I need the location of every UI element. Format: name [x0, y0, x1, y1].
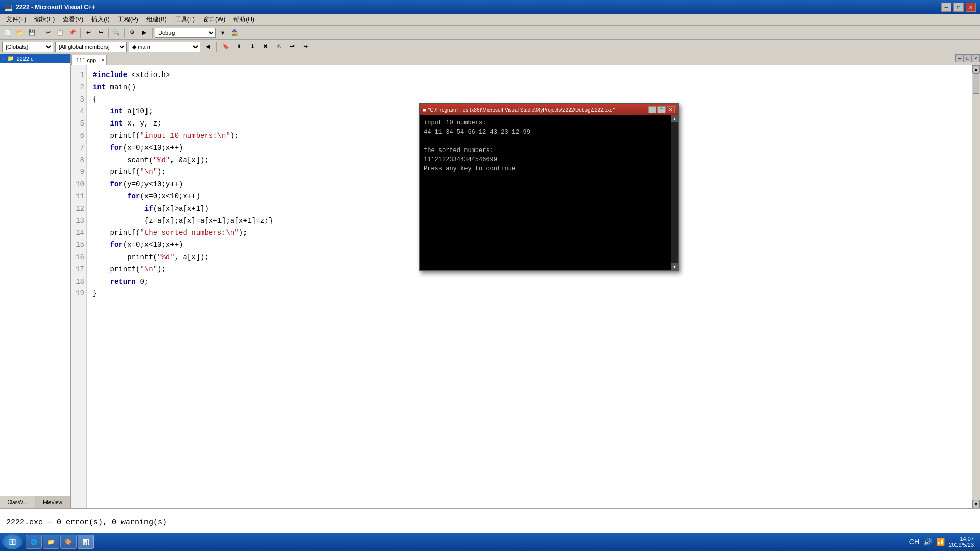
- function-dropdown[interactable]: ◆ main: [129, 42, 200, 52]
- start-button[interactable]: ⊞: [2, 534, 22, 549]
- lang-tray: CH: [909, 538, 919, 546]
- console-scrollbar[interactable]: ▲ ▼: [671, 115, 678, 270]
- prev-bookmark[interactable]: ⬆: [233, 41, 244, 53]
- editor-tab-label: 111.cpp: [76, 57, 96, 63]
- ie-icon: 🌐: [30, 539, 37, 545]
- menu-project[interactable]: 工程(P): [114, 14, 142, 25]
- tab-close-icon[interactable]: ×: [102, 58, 104, 63]
- compile-button[interactable]: ⚙: [127, 27, 138, 38]
- output-area: 2222.exe - 0 error(s), 0 warning(s): [0, 508, 980, 536]
- window-title: 2222 - Microsoft Visual C++: [16, 4, 95, 11]
- editor-tab-file[interactable]: 111.cpp ×: [71, 55, 107, 65]
- taskbar-item-explorer[interactable]: 📁: [43, 535, 59, 549]
- members-dropdown[interactable]: [All global members]: [55, 42, 127, 52]
- date-display: 2019/5/23: [949, 542, 974, 548]
- console-controls: ─ □ ✕: [648, 106, 675, 113]
- console-minimize[interactable]: ─: [648, 106, 656, 113]
- menu-view[interactable]: 查看(V): [59, 14, 87, 25]
- code-line-18: return 0;: [93, 276, 966, 288]
- console-title-bar: ■ "C:\Program Files (x86)\Microsoft Visu…: [420, 104, 678, 115]
- scroll-bar-right[interactable]: ▲ ▼: [972, 65, 980, 508]
- sidebar-tab-classview[interactable]: ClassV...: [0, 496, 35, 508]
- console-maximize[interactable]: □: [657, 106, 666, 113]
- console-scroll-up[interactable]: ▲: [671, 115, 678, 122]
- scroll-thumb[interactable]: [973, 73, 979, 94]
- toolbar-1: 📄 📂 💾 ✂ 📋 📌 ↩ ↪ 🔍 ⚙ ▶ Debug ▼ 🧙: [0, 26, 980, 40]
- title-bar: 💻 2222 - Microsoft Visual C++ ─ □ ✕: [0, 0, 980, 14]
- separator-5: [152, 28, 153, 38]
- bookmark-btn[interactable]: 🔖: [220, 41, 231, 53]
- paste-button[interactable]: 📌: [67, 27, 78, 38]
- menu-insert[interactable]: 插入(I): [87, 14, 113, 25]
- config-dropdown[interactable]: Debug: [155, 28, 216, 38]
- find-button[interactable]: 🔍: [111, 27, 122, 38]
- wizard-button[interactable]: 🧙: [229, 27, 240, 38]
- undo-button[interactable]: ↩: [83, 27, 94, 38]
- nav-btn-1[interactable]: ◀: [202, 41, 213, 53]
- console-content: input 10 numbers: 44 11 34 54 66 12 43 2…: [420, 115, 671, 270]
- editor-minimize[interactable]: ─: [955, 54, 964, 62]
- step-btn[interactable]: ↩: [286, 41, 298, 53]
- editor-maximize[interactable]: □: [964, 54, 972, 62]
- maximize-button[interactable]: □: [953, 3, 964, 12]
- title-bar-controls[interactable]: ─ □ ✕: [941, 3, 976, 12]
- menu-tools[interactable]: 工具(T): [171, 14, 199, 25]
- output-text: 2222.exe - 0 error(s), 0 warning(s): [6, 518, 974, 527]
- taskbar: ⊞ 🌐 📁 🎨 📊 CH 🔊 📶 14:07 2019/5/23: [0, 533, 980, 551]
- redo-button[interactable]: ↪: [95, 27, 106, 38]
- scroll-track: [972, 73, 980, 500]
- clear-bookmark[interactable]: ✖: [260, 41, 271, 53]
- console-line-6: Press any key to continue: [424, 164, 667, 173]
- continue-btn[interactable]: ↪: [300, 41, 311, 53]
- sidebar-tab-fileview[interactable]: FileView: [35, 496, 70, 508]
- console-icon: ■: [423, 107, 426, 113]
- minimize-button[interactable]: ─: [941, 3, 951, 12]
- separator-1: [40, 28, 40, 38]
- console-line-1: input 10 numbers:: [424, 118, 667, 128]
- next-bookmark[interactable]: ⬇: [247, 41, 258, 53]
- code-line-19: }: [93, 288, 966, 300]
- menu-window[interactable]: 窗口(W): [199, 14, 229, 25]
- scroll-up-button[interactable]: ▲: [972, 65, 980, 73]
- console-close[interactable]: ✕: [667, 106, 675, 113]
- console-body: input 10 numbers: 44 11 34 54 66 12 43 2…: [420, 115, 678, 270]
- menu-help[interactable]: 帮助(H): [229, 14, 258, 25]
- editor-window-controls: ─ □ ×: [955, 54, 980, 62]
- taskbar-item-ie[interactable]: 🌐: [26, 535, 42, 549]
- taskbar-item-paint[interactable]: 🎨: [60, 535, 77, 549]
- time-display: 14:07: [949, 536, 974, 542]
- clock: 14:07 2019/5/23: [949, 536, 974, 548]
- menu-build[interactable]: 组建(B): [142, 14, 171, 25]
- scope-dropdown[interactable]: [Globals]: [2, 42, 53, 52]
- new-file-button[interactable]: 📄: [2, 27, 13, 38]
- volume-icon[interactable]: 🔊: [923, 538, 932, 546]
- editor-tab-bar: 111.cpp × ─ □ ×: [71, 54, 980, 65]
- taskbar-item-msvc[interactable]: 📊: [78, 535, 94, 549]
- editor-close[interactable]: ×: [972, 54, 980, 62]
- copy-button[interactable]: 📋: [55, 27, 66, 38]
- config-arrow[interactable]: ▼: [217, 27, 228, 38]
- sidebar-tabs: ClassV... FileView: [0, 496, 70, 508]
- sidebar-tree: [0, 63, 70, 496]
- sidebar-header: + 📁 2222 c: [0, 54, 70, 63]
- code-line-2: int main(): [93, 82, 966, 94]
- menu-file[interactable]: 文件(F): [2, 14, 30, 25]
- run-button[interactable]: ▶: [139, 27, 150, 38]
- menu-edit[interactable]: 编辑(E): [30, 14, 59, 25]
- network-icon[interactable]: 📶: [936, 538, 945, 546]
- scroll-down-button[interactable]: ▼: [972, 500, 980, 508]
- debug-btn[interactable]: ⚠: [273, 41, 284, 53]
- sidebar-expand-icon[interactable]: +: [2, 56, 5, 62]
- separator-4: [124, 28, 125, 38]
- app-icon: 💻: [4, 3, 13, 11]
- sidebar-project-icon: 📁: [7, 55, 14, 62]
- save-button[interactable]: 💾: [27, 27, 38, 38]
- open-button[interactable]: 📂: [14, 27, 26, 38]
- close-button[interactable]: ✕: [966, 3, 976, 12]
- console-scroll-down[interactable]: ▼: [671, 263, 678, 270]
- line-numbers: 12345678910111213141516171819: [71, 65, 87, 508]
- separator-2: [80, 28, 81, 38]
- cut-button[interactable]: ✂: [42, 27, 54, 38]
- nav-bar: [Globals] [All global members] ◆ main ◀ …: [0, 40, 980, 54]
- sidebar-title: 2222 c: [16, 56, 33, 62]
